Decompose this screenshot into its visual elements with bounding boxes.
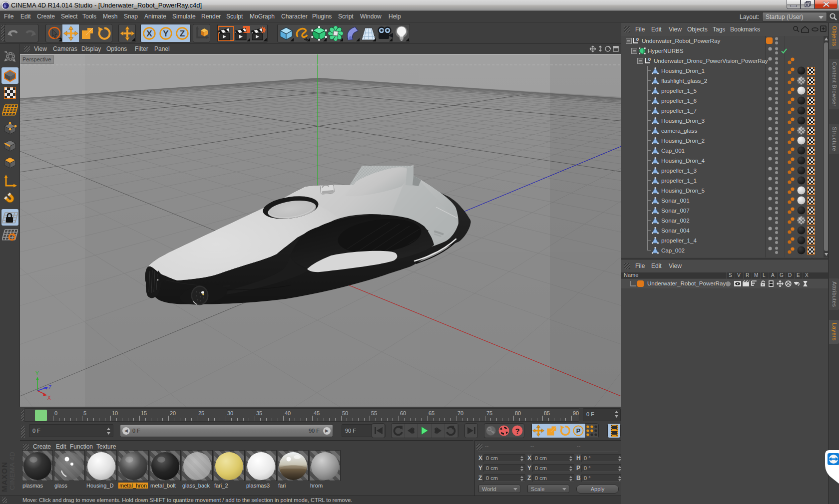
svg-text:?: ?	[515, 427, 519, 435]
svg-text:CINEMA 4D: CINEMA 4D	[8, 452, 16, 490]
svg-text:Y: Y	[35, 371, 39, 376]
svg-text:Z: Z	[179, 29, 184, 38]
svg-text:0: 0	[648, 57, 651, 62]
svg-text:X: X	[146, 29, 152, 38]
svg-text:Z: Z	[48, 385, 51, 390]
svg-text:P: P	[576, 427, 581, 435]
svg-text:X: X	[47, 395, 51, 401]
svg-text:MAXON: MAXON	[0, 462, 8, 492]
svg-text:0: 0	[636, 37, 639, 42]
svg-text:Y: Y	[163, 29, 169, 38]
